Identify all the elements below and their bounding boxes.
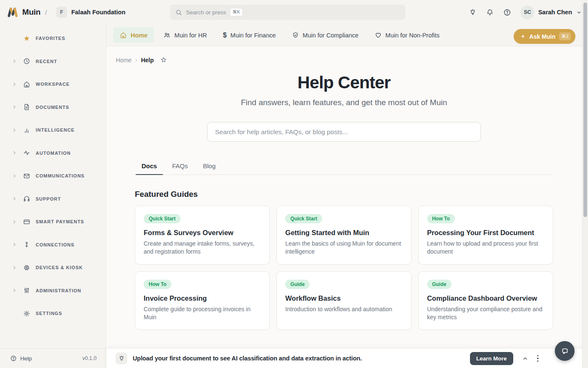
help-link[interactable]: Help [10,355,32,362]
kebab-menu-icon[interactable] [537,355,539,362]
tab-faqs[interactable]: FAQs [165,159,195,175]
chevron-up-icon[interactable] [522,355,529,362]
chevron-down-icon [576,9,582,16]
mail-icon [21,172,32,180]
sidebar-item-automation[interactable]: AUTOMATION [0,142,106,165]
sidebar-item-favorites[interactable]: FAVORITES [0,27,106,50]
org-switcher[interactable]: F Falaah Foundation [56,7,126,18]
chevron-right-icon [11,242,17,247]
tips-lightbulb-button[interactable] [469,8,477,16]
sidebar-item-devices-kiosk[interactable]: DEVICES & KIOSK [0,256,106,279]
banner-message: Upload your first document to see AI cla… [133,355,470,362]
sidebar-item-administration[interactable]: ADMINISTRATION [0,279,106,302]
guide-description: Understanding your compliance posture an… [427,305,544,322]
sidebar-item-support[interactable]: SUPPORT [0,188,106,211]
help-tabs: Docs FAQs Blog [135,159,553,175]
guide-description: Learn the basics of using Muin for docum… [285,240,402,256]
help-search-input[interactable] [207,122,481,142]
sidebar-item-workspace[interactable]: WORKSPACE [0,73,106,96]
gear-icon [21,310,32,317]
guide-badge: How To [144,280,171,289]
headphones-icon [21,195,32,202]
user-name: Sarah Chen [538,9,572,16]
guide-card[interactable]: Quick Start Getting Started with Muin Le… [276,206,411,265]
guide-badge: Guide [285,280,310,289]
breadcrumb-home-link[interactable]: Home [116,57,131,64]
sidebar-item-smart-payments[interactable]: SMART PAYMENTS [0,210,106,233]
sidebar-item-label: WORKSPACE [36,82,70,87]
global-search[interactable]: Search or press ⌘K [170,5,405,20]
help-label: Help [20,355,32,362]
guide-card[interactable]: Quick Start Forms & Surveys Overview Cre… [135,206,270,265]
page-subtitle: Find answers, learn features, and get th… [135,98,553,107]
sidebar-item-documents[interactable]: DOCUMENTS [0,96,106,119]
shield-check-icon [292,32,299,39]
brand-separator: / [45,9,47,16]
sidebar-item-label: FAVORITES [36,36,66,41]
featured-guides-heading: Featured Guides [135,190,553,199]
nav-tab-label: Muin for Compliance [303,32,359,39]
lightbulb-icon [116,352,127,364]
learn-more-button[interactable]: Learn More [470,352,513,365]
sidebar-item-recent[interactable]: RECENT [0,50,106,73]
guide-card[interactable]: How To Invoice Processing Complete guide… [135,271,270,330]
guide-card[interactable]: How To Processing Your First Document Le… [418,206,553,265]
app-header: Muin / F Falaah Foundation Search or pre… [0,0,588,24]
sidebar-item-label: CONNECTIONS [36,242,74,247]
sidebar: FAVORITES RECENT WORKSPACE DOCUMENTS INT… [0,24,106,348]
guide-description: Complete guide to processing invoices in… [144,305,261,322]
guide-badge: Quick Start [285,214,322,223]
sidebar-item-label: DEVICES & KIOSK [36,265,83,270]
guide-description: Introduction to workflows and automation [285,305,402,313]
sidebar-item-intelligence[interactable]: INTELLIGENCE [0,119,106,142]
guide-description: Create and manage intake forms, surveys,… [144,240,261,256]
guide-title: Processing Your First Document [427,229,544,237]
document-icon [21,103,32,111]
brand-name: Muin [22,8,41,17]
search-shortcut-kbd: ⌘K [230,8,242,16]
sidebar-item-label: SETTINGS [36,311,62,316]
tab-docs[interactable]: Docs [135,159,164,175]
chat-icon [560,347,570,356]
featured-guides-grid: Quick Start Forms & Surveys Overview Cre… [135,206,553,330]
top-nav: Home Muin for HR $ Muin for Finance Muin… [106,24,588,46]
guide-card[interactable]: Guide Compliance Dashboard Overview Unde… [418,271,553,330]
notifications-bell-button[interactable] [486,8,494,16]
sidebar-item-connections[interactable]: CONNECTIONS [0,233,106,257]
onboarding-banner: Upload your first document to see AI cla… [106,349,588,368]
guide-card[interactable]: Guide Workflow Basics Introduction to wo… [276,271,411,330]
chat-bubble-button[interactable] [555,341,575,361]
page-content: Home › Help Help Center Find answers, le… [106,46,588,368]
nav-tab-muin-for-compliance[interactable]: Muin for Compliance [286,27,365,43]
users-icon [163,32,171,39]
chevron-right-icon [11,219,17,225]
nav-tab-muin-for-hr[interactable]: Muin for HR [157,27,213,43]
guide-title: Compliance Dashboard Overview [427,294,544,302]
scrollbar-track[interactable] [582,0,588,368]
nav-tab-label: Home [131,32,147,39]
global-search-placeholder: Search or press [186,9,226,16]
nav-tab-muin-for-non-profits[interactable]: Muin for Non-Profits [368,27,446,43]
guide-badge: Guide [427,280,452,289]
home-icon [120,32,127,39]
nav-tab-home[interactable]: Home [113,27,154,43]
scrollbar-thumb[interactable] [583,3,587,217]
favorite-star-icon[interactable] [160,56,167,64]
ask-muin-button[interactable]: Ask Muin ⌘J [514,29,575,44]
sparkle-icon [520,34,526,40]
tab-blog[interactable]: Blog [196,159,222,175]
star-icon [21,35,32,42]
nav-tab-muin-for-finance[interactable]: $ Muin for Finance [217,27,282,43]
breadcrumb-current[interactable]: Help [141,57,154,64]
avatar: SC [520,5,534,19]
brand-logo[interactable]: Muin / [0,6,47,18]
chevron-right-icon [11,82,17,87]
sidebar-item-communications[interactable]: COMMUNICATIONS [0,164,106,188]
nav-tab-label: Muin for HR [174,32,207,39]
guide-title: Forms & Surveys Overview [144,229,261,237]
sidebar-item-label: SUPPORT [36,196,61,201]
help-circle-button[interactable] [503,8,511,16]
user-menu[interactable]: SC Sarah Chen [520,5,582,19]
sidebar-item-label: INTELLIGENCE [36,127,75,132]
sidebar-item-settings[interactable]: SETTINGS [0,302,106,325]
